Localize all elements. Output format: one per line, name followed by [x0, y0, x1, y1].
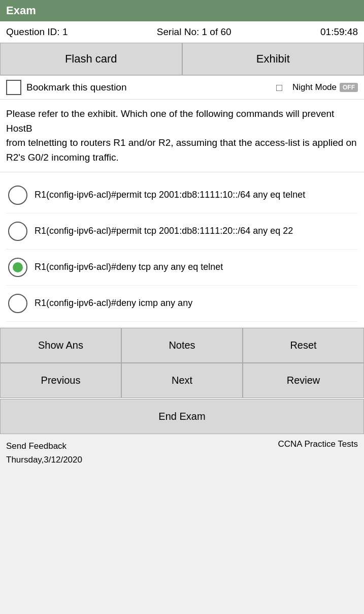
title-bar: Exam: [0, 0, 364, 21]
answer-option-d[interactable]: R1(config-ipv6-acl)#deny icmp any any: [6, 286, 358, 322]
title-label: Exam: [6, 4, 36, 17]
footer: Send Feedback Thursday,3/12/2020 CCNA Pr…: [0, 434, 364, 472]
timer: 01:59:48: [320, 26, 358, 38]
night-mode-toggle[interactable]: OFF: [340, 83, 358, 92]
serial-no: Serial No: 1 of 60: [157, 26, 231, 38]
footer-app-name: CCNA Practice Tests: [278, 439, 358, 449]
show-ans-button[interactable]: Show Ans: [0, 328, 121, 363]
top-buttons-row: Flash card Exhibit: [0, 43, 364, 76]
send-feedback-link[interactable]: Send Feedback: [6, 439, 82, 453]
question-body: Please refer to the exhibit. Which one o…: [6, 108, 357, 163]
footer-date: Thursday,3/12/2020: [6, 453, 82, 467]
radio-b[interactable]: [8, 222, 27, 241]
answer-text-b: R1(config-ipv6-acl)#permit tcp 2001:db8:…: [35, 225, 293, 237]
answer-text-c: R1(config-ipv6-acl)#deny tcp any any eq …: [35, 261, 223, 273]
radio-d[interactable]: [8, 294, 27, 313]
question-text: Please refer to the exhibit. Which one o…: [0, 100, 364, 172]
flash-card-button[interactable]: Flash card: [0, 43, 182, 75]
radio-inner-c: [13, 262, 23, 272]
question-id: Question ID: 1: [6, 26, 68, 38]
footer-left: Send Feedback Thursday,3/12/2020: [6, 439, 82, 467]
notes-button[interactable]: Notes: [121, 328, 243, 363]
night-mode-container: Night Mode OFF: [292, 82, 358, 93]
reset-button[interactable]: Reset: [243, 328, 364, 363]
night-mode-label: Night Mode: [292, 82, 337, 93]
action-buttons-row: Show Ans Notes Reset: [0, 328, 364, 363]
answer-option-a[interactable]: R1(config-ipv6-acl)#permit tcp 2001:db8:…: [6, 177, 358, 213]
previous-button[interactable]: Previous: [0, 363, 121, 398]
answer-option-c[interactable]: R1(config-ipv6-acl)#deny tcp any any eq …: [6, 250, 358, 286]
expand-icon[interactable]: □: [276, 82, 282, 94]
answer-option-b[interactable]: R1(config-ipv6-acl)#permit tcp 2001:db8:…: [6, 213, 358, 250]
options-bar: Bookmark this question □ Night Mode OFF: [0, 76, 364, 100]
answer-text-a: R1(config-ipv6-acl)#permit tcp 2001:db8:…: [35, 189, 305, 201]
exhibit-button[interactable]: Exhibit: [182, 43, 365, 75]
question-info: Question ID: 1 Serial No: 1 of 60 01:59:…: [0, 21, 364, 43]
bookmark-label: Bookmark this question: [26, 82, 276, 93]
review-button[interactable]: Review: [243, 363, 364, 398]
nav-buttons-row: Previous Next Review: [0, 363, 364, 398]
next-button[interactable]: Next: [121, 363, 243, 398]
answers-section: R1(config-ipv6-acl)#permit tcp 2001:db8:…: [0, 172, 364, 327]
radio-inner-a: [13, 190, 23, 200]
radio-inner-b: [13, 226, 23, 236]
end-exam-button[interactable]: End Exam: [0, 399, 364, 434]
answer-text-d: R1(config-ipv6-acl)#deny icmp any any: [35, 297, 192, 310]
radio-inner-d: [13, 298, 23, 309]
bookmark-checkbox[interactable]: [6, 80, 21, 95]
radio-c[interactable]: [8, 258, 27, 277]
radio-a[interactable]: [8, 186, 27, 205]
